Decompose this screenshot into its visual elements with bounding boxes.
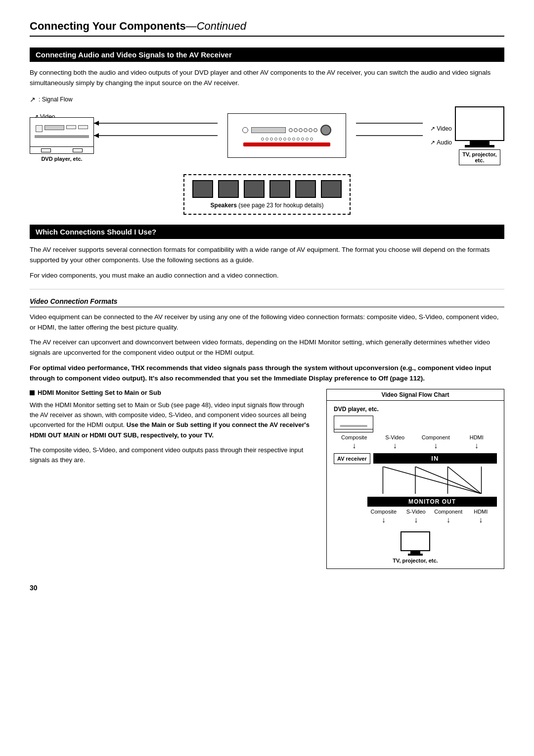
av-dot7 (288, 138, 291, 141)
hdmi-subtitle: HDMI Monitor Setting Set to Main or Sub (30, 389, 312, 396)
av-dots (232, 138, 341, 141)
flow-col-component: Component (421, 434, 450, 440)
connection-diagram: ↗ : Signal Flow ↗ Video ↗ Audio (30, 95, 504, 215)
dvd-display (44, 125, 64, 130)
av-display (251, 127, 286, 133)
flow-arrow-svideo-down2: ↓ (401, 516, 431, 524)
tv-group: TV, projector, etc. (455, 106, 504, 165)
av-to-tv-lines (356, 113, 430, 158)
dvd-base (30, 147, 94, 154)
flow-chart: Video Signal Flow Chart DVD player, etc.… (326, 389, 504, 569)
flow-bottom-labels-row: Composite S-Video Component HDMI ↓ ↓ ↓ ↓ (334, 509, 497, 525)
flow-col-composite: Composite (339, 434, 369, 440)
tv-stand (470, 141, 490, 145)
flow-tv-label: TV, projector, etc. (393, 558, 438, 564)
section2-para2: The AV receiver can upconvert and downco… (30, 337, 504, 358)
av-receiver-body (227, 113, 346, 158)
speakers-row (192, 180, 342, 198)
hdmi-para1: With the HDMI Monitor setting set to Mai… (30, 400, 312, 440)
video-connection-subsection: Video Connection Formats (30, 297, 504, 307)
hdmi-right-col: Video Signal Flow Chart DVD player, etc.… (326, 389, 504, 569)
tv-label: TV, projector, etc. (459, 149, 500, 165)
divider1 (30, 289, 504, 289)
flow-tv-section: TV, projector, etc. (334, 528, 497, 564)
right-signal-labels: ↗ Video ↗ Audio (430, 125, 452, 146)
av-receiver-group (218, 113, 356, 158)
speakers-section: Speakers (see page 23 for hookup details… (30, 169, 504, 215)
hdmi-left-col: HDMI Monitor Setting Set to Main or Sub … (30, 389, 312, 569)
speaker6 (321, 180, 342, 198)
dvd-box (30, 117, 94, 154)
dvd-button2 (66, 125, 76, 129)
av-dot5 (279, 138, 282, 141)
section2-body2: For video components, you must make an a… (30, 271, 504, 281)
av-dot1 (261, 138, 264, 141)
flow-column-labels-bottom: Composite S-Video Component HDMI (367, 509, 497, 515)
hdmi-para2: The composite video, S-Video, and compon… (30, 445, 312, 465)
flow-tv-small (400, 531, 430, 556)
flow-tv-group: TV, projector, etc. (393, 528, 438, 564)
dvd-signal-labels: ↗ Video ↗ Audio (30, 109, 94, 154)
av-receiver-inner (232, 125, 341, 146)
speakers-label: Speakers (see page 23 for hookup details… (211, 202, 324, 209)
dvd-button3 (78, 125, 88, 129)
svg-marker-3 (94, 133, 99, 138)
av-buttons (289, 128, 317, 132)
flow-in-bar-container: IN (373, 451, 497, 466)
section2-header: Which Connections Should I Use? (30, 225, 504, 239)
flow-monitor-bar: MONITOR OUT (367, 497, 497, 507)
flow-diagonal-area (367, 467, 497, 494)
dvd-small-slot (340, 425, 367, 427)
dvd-player-label: DVD player, etc. (41, 156, 82, 162)
av-top-row (232, 125, 341, 136)
flow-arrow-component-down: ↓ (421, 441, 450, 450)
flow-av-box: AV receiver (334, 453, 370, 464)
speaker3 (244, 180, 265, 198)
flow-dvd-small-body (334, 416, 373, 429)
av-btn6 (313, 128, 317, 132)
tv-base (465, 145, 494, 147)
signal-flow-legend: ↗ : Signal Flow (30, 95, 504, 103)
av-btn5 (309, 128, 312, 132)
black-square-icon (30, 390, 35, 395)
av-btn1 (289, 128, 293, 132)
av-dot12 (310, 138, 313, 141)
tv-screen (455, 106, 504, 141)
svg-line-13 (447, 467, 481, 494)
flow-bottom-cols: Composite S-Video Component HDMI ↓ ↓ ↓ ↓ (367, 509, 497, 525)
right-video-label: ↗ Video (430, 125, 452, 132)
flow-chart-body: DVD player, etc. Composite S-Video Compo… (327, 401, 504, 568)
dvd-slot (35, 135, 89, 138)
flow-monitor-bar-container: MONITOR OUT (367, 495, 497, 509)
av-red-bar (243, 142, 330, 146)
section2-para3: For optimal video performance, THX recom… (30, 363, 504, 384)
connection-lines-svg (94, 113, 218, 158)
av-dot11 (306, 138, 309, 141)
av-btn2 (294, 128, 298, 132)
flow-col-svideo: S-Video (380, 434, 410, 440)
av-dot10 (301, 138, 304, 141)
section2-body1: The AV receiver supports several connect… (30, 245, 504, 266)
svg-line-11 (383, 467, 481, 494)
flow-arrows-down-bottom: ↓ ↓ ↓ ↓ (367, 516, 497, 524)
svg-marker-1 (94, 121, 99, 126)
flow-chart-title: Video Signal Flow Chart (327, 389, 504, 401)
dvd-foot-left (41, 148, 51, 152)
right-audio-label: ↗ Audio (430, 139, 452, 146)
speaker2 (218, 180, 239, 198)
av-dot3 (270, 138, 273, 141)
flow-tv-base (408, 554, 423, 556)
flow-arrow-composite-down2: ↓ (369, 516, 399, 524)
flow-spacer (334, 467, 364, 494)
flow-arrow-hdmi-down: ↓ (462, 441, 491, 450)
speaker5 (295, 180, 316, 198)
flow-column-labels: Composite S-Video Component HDMI (334, 434, 497, 440)
av-btn4 (304, 128, 308, 132)
flow-col-hdmi2: HDMI (466, 509, 495, 515)
av-power-btn (242, 127, 248, 133)
speaker1 (192, 180, 213, 198)
flow-in-row: AV receiver IN (334, 451, 497, 466)
signal-flow-icon: ↗ (30, 95, 36, 103)
flow-arrow-component-down2: ↓ (434, 516, 463, 524)
av-dot6 (283, 138, 286, 141)
